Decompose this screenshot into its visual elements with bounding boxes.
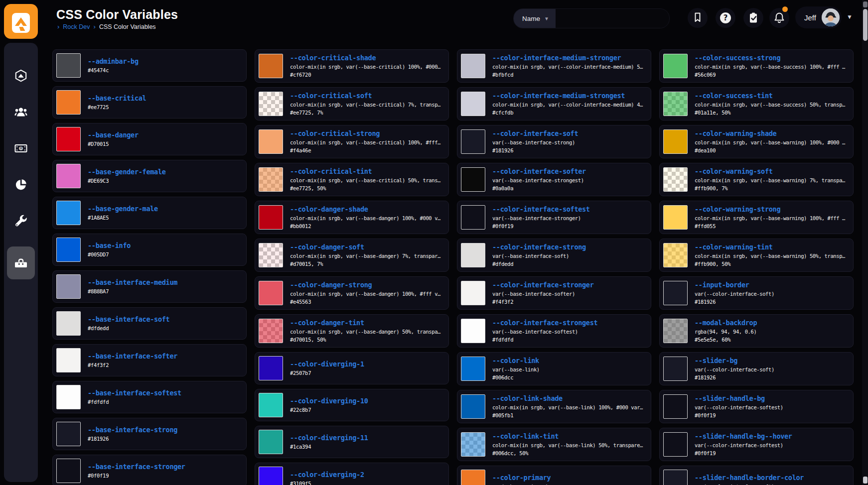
search-filter-dropdown[interactable]: Name ▼ <box>514 9 556 28</box>
variable-info: --color-warning-tint color-mix(in srgb, … <box>695 242 847 268</box>
sidebar-item-admin-tools[interactable] <box>7 207 35 235</box>
tasks-button[interactable] <box>743 8 763 28</box>
variable-name-link[interactable]: --base-interface-softest <box>88 388 181 398</box>
avatar <box>822 8 840 26</box>
rock-app-logo[interactable] <box>4 4 38 39</box>
variable-name-link[interactable]: --color-warning-soft <box>695 167 847 176</box>
variable-definition: var(--color-interface-soft) <box>695 483 804 485</box>
color-variable-card: --color-diverging-1 #2507b7 <box>255 352 449 384</box>
variable-name-link[interactable]: --color-interface-medium-stronger <box>492 53 645 63</box>
variable-name-link[interactable]: --color-interface-softest <box>492 205 590 214</box>
variable-name-link[interactable]: --base-info <box>88 241 131 250</box>
variable-name-link[interactable]: --base-interface-soft <box>88 315 169 324</box>
variable-name-link[interactable]: --modal-backdrop <box>695 318 757 328</box>
scrollbar-thumb[interactable] <box>863 9 868 41</box>
variable-name-link[interactable]: --color-critical-shade <box>290 53 442 63</box>
variable-definition: color-mix(in srgb, var(--base-critical) … <box>290 138 442 146</box>
color-swatch <box>259 54 283 78</box>
variable-name-link[interactable]: --color-success-strong <box>695 53 847 63</box>
variable-name-link[interactable]: --base-interface-stronger <box>88 462 185 472</box>
variable-info: --color-warning-soft color-mix(in srgb, … <box>695 167 847 192</box>
color-swatch <box>56 238 81 262</box>
variable-name-link[interactable]: --color-interface-soft <box>492 129 578 138</box>
color-variable-card: --color-danger-strong color-mix(in srgb,… <box>255 276 449 310</box>
color-swatch <box>461 470 485 485</box>
variable-definition: var(--color-interface-soft) <box>695 290 774 298</box>
variable-name-link[interactable]: --color-critical-strong <box>290 129 442 138</box>
sidebar-item-rock[interactable] <box>7 62 35 90</box>
variable-name-link[interactable]: --base-interface-strong <box>88 425 177 435</box>
help-button[interactable]: ? <box>716 8 735 28</box>
variable-name-link[interactable]: --color-danger-tint <box>290 318 442 328</box>
sidebar-item-reports[interactable] <box>7 171 35 199</box>
variable-name-link[interactable]: --color-link <box>492 356 540 365</box>
variable-info: --color-danger-shade color-mix(in srgb, … <box>290 205 442 230</box>
variable-definition: color-mix(in srgb, var(--base-success) 1… <box>695 63 847 71</box>
variable-hex-value: #0f0f19 <box>695 449 792 457</box>
bookmarks-button[interactable] <box>688 8 708 28</box>
color-variable-card: --color-danger-tint color-mix(in srgb, v… <box>255 314 449 348</box>
variable-name-link[interactable]: --slider-handle-bg <box>695 394 783 403</box>
scroll-up-button[interactable] <box>863 1 868 7</box>
variable-name-link[interactable]: --color-danger-shade <box>290 205 442 214</box>
variable-hex-value: #D70015 <box>88 140 139 148</box>
variable-name-link[interactable]: --base-interface-medium <box>88 278 177 287</box>
variable-name-link[interactable]: --color-diverging-2 <box>290 470 364 480</box>
variable-name-link[interactable]: --slider-handle-bg--hover <box>695 432 792 441</box>
color-swatch <box>259 205 283 230</box>
variable-name-link[interactable]: --color-danger-strong <box>290 280 442 290</box>
variable-name-link[interactable]: --base-critical <box>88 94 146 103</box>
variable-name-link[interactable]: --color-diverging-10 <box>290 396 368 406</box>
variable-name-link[interactable]: --color-primary <box>492 473 551 483</box>
color-swatch <box>461 319 485 343</box>
variable-name-link[interactable]: --input-border <box>695 280 774 290</box>
color-variable-card: --base-danger #D70015 <box>52 123 247 155</box>
variable-name-link[interactable]: --base-gender-male <box>88 204 158 214</box>
variable-name-link[interactable]: --color-interface-stronger <box>492 280 594 290</box>
variable-name-link[interactable]: --slider-bg <box>695 356 774 365</box>
variable-name-link[interactable]: --color-diverging-1 <box>290 360 364 369</box>
variable-hex-value: #bb0012 <box>290 222 442 230</box>
variable-name-link[interactable]: --color-success-tint <box>695 91 847 101</box>
scroll-down-button[interactable] <box>863 477 868 484</box>
variable-name-link[interactable]: --base-gender-female <box>88 167 166 177</box>
user-menu[interactable]: Jeff <box>795 6 842 28</box>
chevron-down-icon[interactable]: ▼ <box>847 13 853 20</box>
variable-name-link[interactable]: --color-link-tint <box>492 432 645 441</box>
variable-name-link[interactable]: --adminbar-bg <box>88 57 139 66</box>
variable-info: --base-gender-male #1A8AE5 <box>88 204 158 222</box>
variable-name-link[interactable]: --base-interface-softer <box>88 352 177 361</box>
variable-hex-value: #006dcc, 50% <box>492 449 645 457</box>
breadcrumb-link-rock-dev[interactable]: Rock Dev <box>63 23 90 30</box>
variable-name-link[interactable]: --color-interface-strong <box>492 242 586 252</box>
variable-info: --color-interface-soft var(--base-interf… <box>492 129 578 154</box>
search-bar: Name ▼ <box>513 8 670 28</box>
variable-name-link[interactable]: --color-critical-soft <box>290 91 442 101</box>
variable-name-link[interactable]: --color-interface-strongest <box>492 318 597 328</box>
variable-name-link[interactable]: --color-interface-softer <box>492 167 586 176</box>
variable-hex-value: #f4f3f2 <box>492 298 594 306</box>
variable-name-link[interactable]: --slider-handle-border-color <box>695 473 804 483</box>
sidebar-item-developer-toolbox[interactable] <box>7 246 35 279</box>
grid-column: --adminbar-bg #45474c --base-critical #e… <box>52 49 247 485</box>
sidebar-item-people[interactable] <box>7 98 35 126</box>
search-input[interactable] <box>556 9 669 28</box>
variable-definition: color-mix(in srgb, var(--base-warning) 1… <box>695 214 847 222</box>
variable-name-link[interactable]: --color-interface-medium-strongest <box>492 91 645 101</box>
variable-name-link[interactable]: --color-link-shade <box>492 394 645 403</box>
scrollbar[interactable] <box>862 0 868 485</box>
variable-name-link[interactable]: --color-warning-shade <box>695 129 847 138</box>
wrench-icon <box>14 215 27 228</box>
variable-definition: color-mix(in srgb, var(--base-critical) … <box>290 101 442 109</box>
variable-name-link[interactable]: --color-critical-tint <box>290 167 442 176</box>
sidebar-item-finance[interactable]: 0 <box>7 134 35 162</box>
variable-name-link[interactable]: --base-danger <box>88 130 139 140</box>
variable-definition: color-mix(in srgb, var(--base-danger) 7%… <box>290 252 442 260</box>
variable-info: --color-link-tint color-mix(in srgb, var… <box>492 432 645 457</box>
variable-name-link[interactable]: --color-danger-soft <box>290 242 442 252</box>
color-variable-card: --color-link-shade color-mix(in srgb, va… <box>457 390 651 423</box>
color-variable-card: --adminbar-bg #45474c <box>52 49 247 82</box>
variable-name-link[interactable]: --color-warning-tint <box>695 242 847 252</box>
variable-name-link[interactable]: --color-warning-strong <box>695 205 847 214</box>
variable-name-link[interactable]: --color-diverging-11 <box>290 433 368 443</box>
